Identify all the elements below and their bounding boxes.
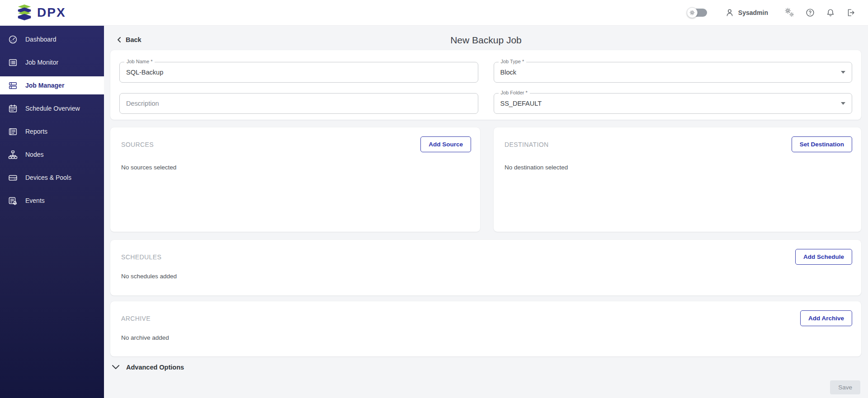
calendar-icon xyxy=(8,104,18,113)
device-drive-icon xyxy=(8,173,18,183)
sidebar-item-schedule-overview[interactable]: Schedule Overview xyxy=(0,99,104,117)
sidebar-item-label: Schedule Overview xyxy=(25,105,80,112)
sidebar-item-label: Events xyxy=(25,197,45,204)
dashboard-gauge-icon xyxy=(8,35,18,44)
sources-empty-text: No sources selected xyxy=(110,152,480,171)
set-destination-button[interactable]: Set Destination xyxy=(792,136,852,152)
back-button[interactable]: Back xyxy=(116,36,142,43)
archive-card: ARCHIVE Add Archive No archive added xyxy=(110,301,861,356)
sidebar-item-label: Job Manager xyxy=(25,82,64,89)
dpx-logo-stack-icon xyxy=(16,4,33,21)
job-name-label: Job Name * xyxy=(124,59,155,64)
ui-mode-toggle[interactable] xyxy=(688,9,707,17)
dpx-logo: DPX xyxy=(0,4,66,21)
sidebar-item-events[interactable]: Events xyxy=(0,192,104,210)
save-button[interactable]: Save xyxy=(830,380,860,394)
sidebar-item-label: Dashboard xyxy=(25,36,57,43)
sidebar-item-dashboard[interactable]: Dashboard xyxy=(0,30,104,48)
job-name-input[interactable] xyxy=(120,62,478,82)
schedules-empty-text: No schedules added xyxy=(110,265,861,280)
sources-card: SOURCES Add Source No sources selected xyxy=(110,127,480,232)
toggle-knob-gear-icon xyxy=(687,7,698,18)
schedules-title: SCHEDULES xyxy=(121,253,161,261)
advanced-options-label: Advanced Options xyxy=(126,364,184,371)
job-manager-rows-icon xyxy=(8,81,18,90)
destination-head: DESTINATION Set Destination xyxy=(494,127,861,152)
job-name-field-wrap: Job Name * xyxy=(119,62,478,83)
topbar-actions: Sysadmin xyxy=(688,8,868,18)
sidebar-item-label: Devices & Pools xyxy=(25,174,71,181)
advanced-options-toggle[interactable]: Advanced Options xyxy=(112,364,184,371)
page-title: New Backup Job xyxy=(104,34,868,46)
chevron-down-icon xyxy=(841,102,845,105)
notifications-button[interactable] xyxy=(826,8,835,18)
chevron-down-icon xyxy=(841,71,845,74)
sidebar-item-reports[interactable]: Reports xyxy=(0,122,104,140)
sidebar-item-nodes[interactable]: Nodes xyxy=(0,145,104,164)
sidebar-item-devices-pools[interactable]: Devices & Pools xyxy=(0,169,104,187)
reports-news-icon xyxy=(8,127,18,136)
sidebar-item-label: Reports xyxy=(25,128,47,135)
schedules-head: SCHEDULES Add Schedule xyxy=(110,240,861,265)
notifications-bell-icon xyxy=(826,8,835,18)
sidebar-item-job-monitor[interactable]: Job Monitor xyxy=(0,53,104,71)
job-folder-label: Job Folder * xyxy=(499,90,530,95)
chevron-down-icon xyxy=(112,365,119,370)
topbar: DPX Sysadmin xyxy=(0,0,868,26)
destination-empty-text: No destination selected xyxy=(494,152,861,171)
destination-title: DESTINATION xyxy=(505,141,548,148)
sidebar-item-label: Nodes xyxy=(25,151,43,158)
description-field-wrap xyxy=(119,93,478,114)
sidebar-item-label: Job Monitor xyxy=(25,59,58,66)
logout-icon xyxy=(846,8,856,18)
destination-card: DESTINATION Set Destination No destinati… xyxy=(494,127,861,232)
add-schedule-button[interactable]: Add Schedule xyxy=(795,249,852,265)
nodes-tree-icon xyxy=(8,150,18,159)
logo-text: DPX xyxy=(37,5,66,20)
page-header: Back New Backup Job xyxy=(104,34,868,52)
settings-gears-icon xyxy=(785,8,795,18)
job-type-select[interactable]: Job Type * Block xyxy=(494,62,853,83)
user-menu[interactable]: Sysadmin xyxy=(725,8,768,18)
add-archive-button[interactable]: Add Archive xyxy=(800,310,852,326)
job-type-label: Job Type * xyxy=(499,59,527,64)
user-name: Sysadmin xyxy=(738,9,768,16)
schedules-card: SCHEDULES Add Schedule No schedules adde… xyxy=(110,240,861,295)
events-bell-list-icon xyxy=(8,196,18,206)
job-folder-value: SS_DEFAULT xyxy=(500,100,542,107)
main-content: Back New Backup Job Job Name * Job Type … xyxy=(104,26,868,398)
description-input[interactable] xyxy=(120,94,478,113)
archive-empty-text: No archive added xyxy=(110,326,861,341)
sources-head: SOURCES Add Source xyxy=(110,127,480,152)
job-monitor-list-icon xyxy=(8,58,18,67)
logout-button[interactable] xyxy=(846,8,856,18)
add-source-button[interactable]: Add Source xyxy=(420,136,471,152)
sources-title: SOURCES xyxy=(121,141,154,148)
archive-head: ARCHIVE Add Archive xyxy=(110,301,861,326)
sidebar-item-job-manager[interactable]: Job Manager xyxy=(0,76,104,94)
help-icon xyxy=(805,8,815,18)
sidebar: Dashboard Job Monitor Job Manager Schedu… xyxy=(0,26,104,398)
chevron-left-icon xyxy=(116,37,122,43)
job-details-card: Job Name * Job Type * Block Job Folder *… xyxy=(110,50,861,120)
archive-title: ARCHIVE xyxy=(121,315,151,322)
user-icon xyxy=(725,8,735,18)
job-folder-select[interactable]: Job Folder * SS_DEFAULT xyxy=(494,93,853,114)
job-type-value: Block xyxy=(500,69,516,76)
settings-button[interactable] xyxy=(785,8,795,18)
help-button[interactable] xyxy=(805,8,815,18)
back-label: Back xyxy=(126,36,142,43)
